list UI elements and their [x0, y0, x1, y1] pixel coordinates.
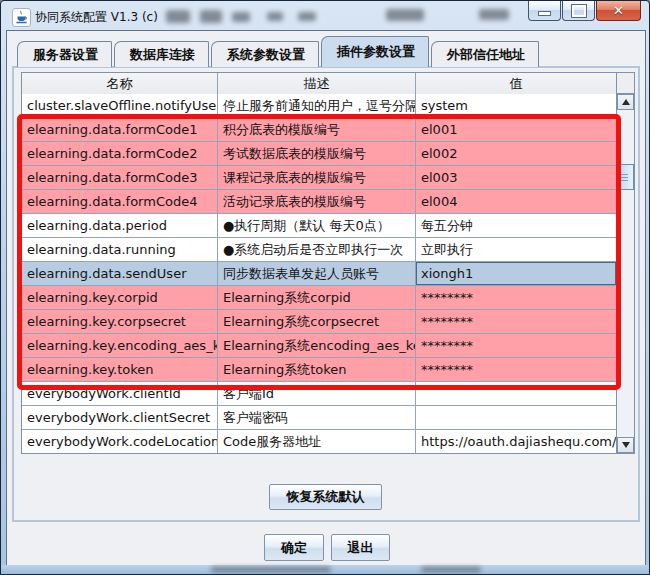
cell-name[interactable]: cluster.slaveOffline.notifyUsers	[22, 94, 218, 118]
table-row[interactable]: elearning.key.corpsecret Elearning系统corp…	[22, 310, 616, 334]
cell-description[interactable]: Elearning系统corpsecret	[218, 310, 416, 334]
cell-value[interactable]: https://oauth.dajiashequ.com/oau...	[416, 430, 616, 453]
table-row[interactable]: elearning.data.formCode4 活动记录底表的模版编号 el0…	[22, 190, 616, 214]
restore-defaults-button[interactable]: 恢复系统默认	[269, 484, 382, 510]
cell-description[interactable]: Code服务器地址	[218, 430, 416, 453]
table-row[interactable]: everybodyWork.codeLocation Code服务器地址 htt…	[22, 430, 616, 453]
table-row[interactable]: elearning.data.sendUser 同步数据表单发起人员账号 xio…	[22, 262, 616, 286]
window-title: 协同系统配置 V1.3 (c)	[35, 9, 158, 26]
column-header-name[interactable]: 名称	[22, 73, 218, 94]
cell-name[interactable]: elearning.data.formCode1	[22, 118, 218, 142]
scrollbar-grip-icon	[621, 174, 628, 181]
close-button[interactable]: ✕	[596, 1, 641, 21]
scroll-down-icon	[622, 442, 630, 448]
cell-description[interactable]: ●系统启动后是否立即执行一次	[218, 238, 416, 262]
cell-description[interactable]: Elearning系统token	[218, 358, 416, 382]
cell-value[interactable]: xiongh1	[416, 262, 616, 286]
tab-server-settings[interactable]: 服务器设置	[17, 41, 112, 67]
cell-value[interactable]: el001	[416, 118, 616, 142]
cell-value[interactable]	[416, 382, 616, 406]
tab-system-params[interactable]: 系统参数设置	[211, 41, 319, 67]
cell-value[interactable]: el004	[416, 190, 616, 214]
scroll-up-icon	[622, 99, 630, 105]
cell-description[interactable]: 积分底表的模版编号	[218, 118, 416, 142]
maximize-button[interactable]	[562, 1, 595, 21]
vertical-scrollbar[interactable]	[616, 94, 634, 453]
cell-value[interactable]	[416, 406, 616, 430]
scrollpane-corner	[616, 73, 634, 94]
cell-value[interactable]: system	[416, 94, 616, 118]
close-icon: ✕	[613, 4, 624, 17]
params-table: 名称 描述 值 cluster.slaveOffline.notifyUsers…	[21, 72, 635, 454]
window-bottom-frame	[1, 565, 649, 574]
tab-database-connection[interactable]: 数据库连接	[114, 41, 209, 67]
cell-name[interactable]: elearning.key.token	[22, 358, 218, 382]
cell-description[interactable]: ●执行周期（默认 每天0点）	[218, 214, 416, 238]
cell-description[interactable]: 活动记录底表的模版编号	[218, 190, 416, 214]
cell-name[interactable]: elearning.data.sendUser	[22, 262, 218, 286]
table-row[interactable]: cluster.slaveOffline.notifyUsers 停止服务前通知…	[22, 94, 616, 118]
table-header: 名称 描述 值	[22, 73, 616, 95]
cell-value[interactable]: 每五分钟	[416, 214, 616, 238]
cell-description[interactable]: 客户端密码	[218, 406, 416, 430]
table-row[interactable]: elearning.data.formCode2 考试数据底表的模版编号 el0…	[22, 142, 616, 166]
cell-name[interactable]: everybodyWork.codeLocation	[22, 430, 218, 453]
minimize-icon	[538, 11, 551, 16]
column-header-value[interactable]: 值	[416, 73, 616, 94]
cell-value[interactable]: 立即执行	[416, 238, 616, 262]
cell-name[interactable]: everybodyWork.clientId	[22, 382, 218, 406]
tab-bar: 服务器设置 数据库连接 系统参数设置 插件参数设置 外部信任地址	[17, 39, 541, 67]
table-body: cluster.slaveOffline.notifyUsers 停止服务前通知…	[22, 94, 616, 453]
cell-name[interactable]: elearning.data.formCode2	[22, 142, 218, 166]
cell-name[interactable]: elearning.data.formCode4	[22, 190, 218, 214]
table-row[interactable]: elearning.key.encoding_aes_key Elearning…	[22, 334, 616, 358]
cell-description[interactable]: 同步数据表单发起人员账号	[218, 262, 416, 286]
cell-description[interactable]: Elearning系统encoding_aes_key	[218, 334, 416, 358]
table-row[interactable]: everybodyWork.clientSecret 客户端密码	[22, 406, 616, 430]
cell-value[interactable]: ********	[416, 310, 616, 334]
ok-button[interactable]: 确定	[264, 534, 324, 561]
cell-value[interactable]: ********	[416, 334, 616, 358]
cell-name[interactable]: elearning.data.running	[22, 238, 218, 262]
cell-value[interactable]: ********	[416, 358, 616, 382]
cell-description[interactable]: Elearning系统corpid	[218, 286, 416, 310]
cell-value[interactable]: el002	[416, 142, 616, 166]
table-row[interactable]: elearning.data.period ●执行周期（默认 每天0点） 每五分…	[22, 214, 616, 238]
table-row[interactable]: elearning.key.corpid Elearning系统corpid *…	[22, 286, 616, 310]
cell-name[interactable]: everybodyWork.clientSecret	[22, 406, 218, 430]
app-window: 协同系统配置 V1.3 (c) ✕ 服务器设置 数据库连接 系统参数设置 插件参…	[0, 0, 650, 575]
tab-plugin-params[interactable]: 插件参数设置	[321, 36, 429, 67]
tab-external-trusted-address[interactable]: 外部信任地址	[431, 41, 539, 67]
scrollbar-thumb[interactable]	[617, 164, 634, 190]
cell-description[interactable]: 课程记录底表的模版编号	[218, 166, 416, 190]
exit-button[interactable]: 退出	[331, 534, 390, 561]
cell-value[interactable]: el003	[416, 166, 616, 190]
scroll-up-button[interactable]	[617, 94, 634, 110]
minimize-button[interactable]	[528, 1, 561, 21]
cell-description[interactable]: 停止服务前通知的用户，逗号分隔	[218, 94, 416, 118]
cell-name[interactable]: elearning.key.encoding_aes_key	[22, 334, 218, 358]
cell-description[interactable]: 客户端Id	[218, 382, 416, 406]
table-row[interactable]: elearning.key.token Elearning系统token ***…	[22, 358, 616, 382]
cell-name[interactable]: elearning.key.corpid	[22, 286, 218, 310]
cell-name[interactable]: elearning.key.corpsecret	[22, 310, 218, 334]
maximize-icon	[572, 5, 586, 17]
cell-name[interactable]: elearning.data.period	[22, 214, 218, 238]
title-bar: 协同系统配置 V1.3 (c) ✕	[1, 1, 649, 31]
cell-name[interactable]: elearning.data.formCode3	[22, 166, 218, 190]
cell-description[interactable]: 考试数据底表的模版编号	[218, 142, 416, 166]
java-cup-icon	[12, 8, 31, 27]
column-header-description[interactable]: 描述	[218, 73, 416, 94]
table-row[interactable]: everybodyWork.clientId 客户端Id	[22, 382, 616, 406]
table-row[interactable]: elearning.data.formCode3 课程记录底表的模版编号 el0…	[22, 166, 616, 190]
cell-value[interactable]: ********	[416, 286, 616, 310]
table-row[interactable]: elearning.data.running ●系统启动后是否立即执行一次 立即…	[22, 238, 616, 262]
table-row[interactable]: elearning.data.formCode1 积分底表的模版编号 el001	[22, 118, 616, 142]
scroll-down-button[interactable]	[617, 437, 634, 453]
